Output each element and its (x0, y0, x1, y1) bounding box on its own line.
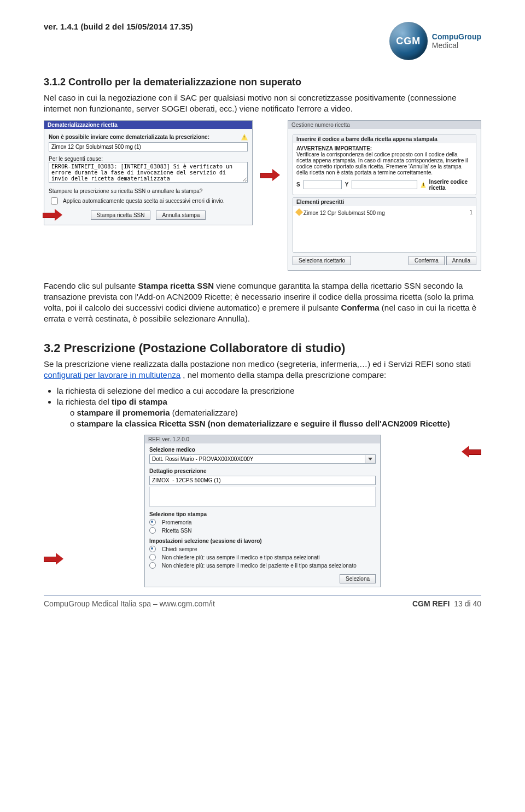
dialog-demat-error: Dematerializzazione ricetta Non è possib… (44, 120, 253, 225)
section-3-2-intro: Se la prescrizione viene realizzata dall… (44, 359, 481, 381)
brand-sub: Medical (432, 41, 481, 50)
dialog-gestione-numero: Gestione numero ricetta Inserire il codi… (288, 120, 481, 271)
bullet-list: la richiesta di selezione del medico a c… (57, 386, 481, 428)
bullet-1: la richiesta di selezione del medico a c… (57, 386, 481, 395)
brand-block: CGM CompuGroup Medical (389, 22, 481, 60)
annulla-button[interactable]: Annulla (446, 256, 476, 265)
dettaglio-field[interactable] (149, 476, 376, 485)
bullet-2: la richiesta del tipo di stampa stampare… (57, 397, 481, 428)
selezione-medico-label: Selezione medico (149, 447, 195, 453)
screenshot-row: Dematerializzazione ricetta Non è possib… (44, 120, 481, 271)
radio-non-chiedere-1[interactable] (149, 554, 156, 560)
impostazioni-label: Impostazioni selezione (sessione di lavo… (149, 538, 376, 544)
red-arrow-icon (260, 171, 280, 180)
elementi-group-header: Elementi prescritti (293, 198, 476, 206)
sub-bullet-2: stampare la classica Ricetta SSN (non de… (70, 419, 481, 428)
avvertenza-body: Verificare la corrispondenza del codice … (296, 151, 472, 176)
red-arrow-left-icon (462, 448, 481, 457)
code-y-input[interactable] (352, 180, 417, 189)
dialog-a-message: Non è possibile inviare come demateriali… (49, 134, 209, 140)
radio-chiedi-sempre[interactable] (149, 546, 156, 552)
cause-textarea[interactable]: ERROR-INTREFI_03083: [INTREFI_03083] Si … (49, 162, 248, 183)
radio-promemoria[interactable] (149, 519, 156, 525)
section-3-2-title: 3.2 Prescrizione (Postazione Collaborato… (44, 341, 481, 355)
radio-non-chiedere-2[interactable] (149, 562, 156, 569)
code-s-input[interactable] (304, 180, 342, 189)
inserire-codice-msg: Inserire codice ricetta (429, 179, 472, 191)
prescribed-item: Zimox 12 Cpr Solub/mast 500 mg (304, 210, 385, 216)
warning-icon (241, 134, 248, 141)
y-label: Y (345, 182, 349, 188)
dettaglio-label: Dettaglio prescrizione (149, 468, 206, 474)
after-shots-paragraph: Facendo clic sul pulsante Stampa ricetta… (44, 281, 481, 325)
cgm-logo-icon: CGM (389, 22, 428, 60)
dialog-refi-selection: REFI ver. 1.2.0.0 Selezione medico Detta… (144, 435, 381, 587)
footer-page-number: 13 di 40 (454, 599, 481, 608)
pencil-icon (295, 208, 303, 215)
sub-bullet-1: stampare il promemoria (dematerializzare… (70, 408, 481, 417)
section-3-1-2-paragraph: Nel caso in cui la negoziazione con il S… (44, 92, 481, 115)
s-label: S (296, 182, 300, 188)
stampa-ricetta-ssn-button[interactable]: Stampa ricetta SSN (91, 211, 151, 220)
avvertenza-header: AVVERTENZA IMPORTANTE: (296, 145, 472, 151)
warning-icon (421, 182, 425, 188)
red-arrow-icon (43, 211, 62, 220)
red-arrow-icon (44, 555, 63, 564)
dialog-a-title: Dematerializzazione ricetta (44, 121, 252, 129)
prescribed-qty: 1 (469, 209, 472, 215)
medico-dropdown[interactable] (149, 454, 365, 464)
tipo-stampa-label: Selezione tipo stampa (149, 511, 207, 517)
chevron-down-icon[interactable] (365, 454, 376, 464)
seleziona-ricettario-button[interactable]: Seleziona ricettario (293, 256, 351, 265)
footer-left: CompuGroup Medical Italia spa – www.cgm.… (44, 599, 215, 608)
conferma-button[interactable]: Conferma (409, 256, 445, 265)
auto-apply-label: Applica automaticamente questa scelta ai… (63, 198, 225, 204)
barcode-group-header: Inserire il codice a barre della ricetta… (293, 135, 476, 143)
page-footer: CompuGroup Medical Italia spa – www.cgm.… (44, 595, 481, 608)
page-header: ver. 1.4.1 (build 2 del 15/05/2014 17.35… (44, 22, 481, 60)
dialog-b-title: Gestione numero ricetta (288, 121, 481, 129)
annulla-stampa-button[interactable]: Annulla stampa (156, 211, 206, 220)
footer-product: CGM REFI (412, 599, 450, 608)
brand-top: CompuGroup (432, 32, 481, 41)
seleziona-button[interactable]: Seleziona (340, 574, 376, 583)
prescription-field[interactable] (49, 142, 248, 151)
print-question: Stampare la prescrizione su ricetta SSN … (49, 188, 248, 194)
version-line: ver. 1.4.1 (build 2 del 15/05/2014 17.35… (44, 22, 193, 31)
multiutenza-link[interactable]: configurati per lavorare in multiutenza (44, 370, 180, 379)
radio-ricetta-ssn[interactable] (149, 527, 156, 534)
section-3-1-2-title: 3.1.2 Controllo per la dematerializzazio… (44, 77, 481, 88)
dialog-c-title: REFI ver. 1.2.0.0 (145, 435, 380, 443)
cause-label: Per le seguenti cause: (49, 156, 248, 162)
auto-apply-checkbox[interactable] (51, 197, 58, 205)
